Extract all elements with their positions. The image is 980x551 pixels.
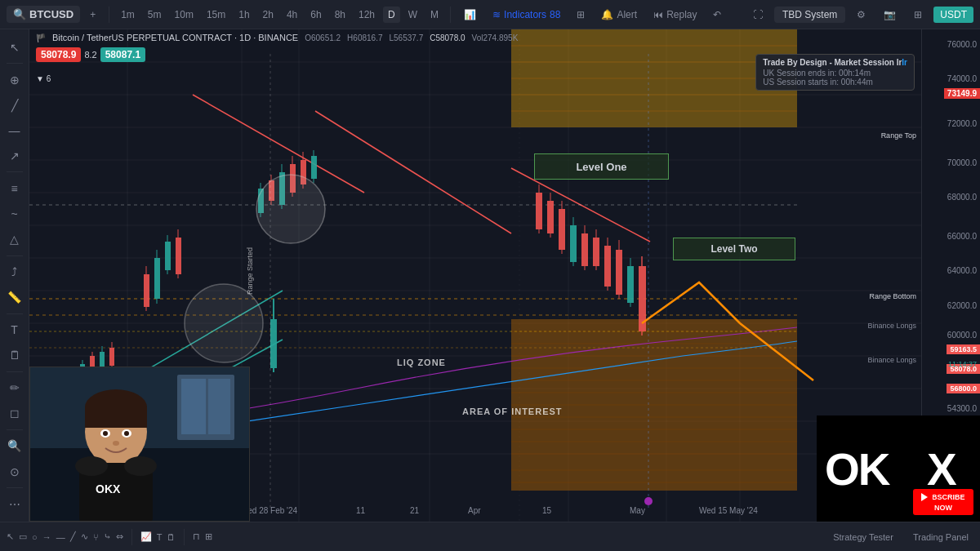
tf-4h[interactable]: 4h [282, 7, 302, 23]
webcam-feed: OKX [30, 367, 249, 521]
tool-sep-2 [7, 171, 23, 172]
ohlc-open: O60651.2 [305, 33, 341, 42]
symbol-badge[interactable]: 🔍 BTCUSD [7, 6, 80, 23]
price-56800-badge: 56800.0 [947, 384, 980, 393]
crosshair-tool[interactable]: ⊕ [3, 69, 26, 91]
zoom-tool[interactable]: 🔍 [3, 435, 26, 457]
tool-sep-7 [7, 487, 23, 488]
level-two-box: Level Two [673, 238, 795, 260]
chart-type-button[interactable]: 📊 [457, 7, 483, 23]
date-mar11: 11 [356, 506, 365, 515]
draw-arrow-icon[interactable]: → [42, 532, 51, 542]
price-72000: 72000.0 [947, 118, 977, 127]
date-may: May [630, 506, 645, 515]
tf-1m[interactable]: 1m [116, 7, 140, 23]
indicators-count: 88 [550, 9, 560, 20]
tf-5m[interactable]: 5m [143, 7, 167, 23]
expand-button[interactable]: ⊞ [907, 7, 929, 23]
left-tools: ↖ ⊕ ╱ ― ↗ ≡ ~ △ ⤴ 📏 T 🗒 ✏ ◻ 🔍 ⊙ ⋯ [0, 29, 29, 522]
level-indicator: ▼ 6 [36, 74, 51, 83]
replay-button[interactable]: ⏮ Replay [647, 7, 703, 23]
magnet-tool[interactable]: ⊙ [3, 460, 26, 482]
date-may15: Wed 15 May '24 [699, 506, 758, 515]
note-tool[interactable]: 🗒 [3, 344, 26, 367]
binance-longs-label-1: Binance Longs [867, 322, 916, 330]
indicators-label: Indicators [504, 9, 546, 20]
price-62000: 62000.0 [947, 300, 977, 309]
settings-button[interactable]: ⚙ [850, 7, 872, 23]
tool-sep-3 [7, 256, 23, 256]
shape-tool[interactable]: ◻ [3, 402, 26, 424]
chart-area: 🏴 Bitcoin / TetherUS PERPETUAL CONTRACT … [29, 29, 980, 522]
more-tools[interactable]: ⋯ [3, 493, 26, 515]
chart-info-bar: 🏴 Bitcoin / TetherUS PERPETUAL CONTRACT … [36, 33, 518, 42]
tf-1h[interactable]: 1h [234, 7, 254, 23]
fullscreen-button[interactable]: ⛶ [746, 7, 769, 23]
draw-note-icon[interactable]: 🗒 [167, 532, 176, 542]
forecast-tool[interactable]: ⤴ [3, 261, 26, 283]
svg-line-44 [315, 111, 511, 233]
fib-tool[interactable]: ~ [3, 202, 26, 224]
add-symbol-button[interactable]: + [83, 7, 102, 23]
binance-longs-label-2: Binance Longs [867, 356, 916, 364]
draw-measure-icon[interactable]: ⇔ [116, 531, 123, 542]
draw-curve-icon[interactable]: ∿ [81, 531, 88, 542]
sep1 [109, 7, 109, 23]
price-54300: 54300.0 [947, 404, 977, 413]
undo-button[interactable]: ↶ [706, 7, 728, 23]
price-70000: 70000.0 [947, 158, 977, 167]
draw-cursor-icon[interactable]: ↖ [7, 531, 14, 542]
tf-10m[interactable]: 10m [170, 7, 198, 23]
svg-point-122 [103, 431, 108, 436]
layout-button[interactable]: ⊞ [570, 7, 591, 23]
camera-button[interactable]: 📷 [877, 7, 902, 23]
tf-8h[interactable]: 8h [330, 7, 350, 23]
ruler-tool[interactable]: 📏 [3, 287, 26, 309]
draw-shapes-icon[interactable]: ⊓ [193, 531, 200, 542]
price-66000: 66000.0 [947, 232, 977, 241]
tf-M[interactable]: M [425, 7, 443, 23]
tf-15m[interactable]: 15m [202, 7, 230, 23]
draw-line-icon[interactable]: — [56, 532, 65, 542]
date-apr15: 15 [542, 506, 551, 515]
symbol-text: BTCUSD [29, 8, 74, 20]
bottom-toolbar: ↖ ▭ ○ → — ╱ ∿ ⑂ ⤷ ⇔ 📈 T 🗒 ⊓ ⊞ Strategy T… [0, 522, 980, 551]
draw-circle-icon[interactable]: ○ [32, 532, 38, 542]
strategy-tester-btn[interactable]: Strategy Tester [828, 530, 898, 544]
okx-logo-svg: OK X SUBSCRIBE NOW [817, 415, 980, 522]
hline-tool[interactable]: ― [3, 119, 26, 141]
info-panel: Trade By Design - Market Session Ir Ir U… [755, 54, 915, 91]
trendline-tool[interactable]: ╱ [3, 94, 26, 116]
draw-more-icon[interactable]: ⊞ [205, 531, 212, 542]
draw-rect-icon[interactable]: ▭ [19, 531, 27, 542]
alert-button[interactable]: 🔔 Alert [595, 7, 644, 23]
layout-icon: ⊞ [577, 9, 585, 20]
draw-chart-icon[interactable]: 📈 [140, 531, 152, 542]
price-badge-1: 58078.9 [36, 47, 81, 62]
bottom-sep-1 [131, 529, 132, 545]
price-59163-badge: 59163.5 [947, 344, 980, 354]
tbd-badge[interactable]: TBD System [774, 7, 845, 23]
us-session-row: US Session starts in: 00h:44m [763, 78, 907, 87]
brush-tool[interactable]: ✏ [3, 377, 26, 399]
cursor-tool[interactable]: ↖ [3, 36, 26, 58]
tbd-label: TBD System [782, 9, 837, 20]
range-bottom-label: Range Bottom [869, 292, 916, 300]
draw-fork-icon[interactable]: ⑂ [93, 532, 99, 542]
draw-text-icon[interactable]: T [157, 532, 163, 542]
tf-6h[interactable]: 6h [305, 7, 326, 23]
pattern-tool[interactable]: △ [3, 228, 26, 250]
indicators-button[interactable]: ≋ Indicators 88 [486, 7, 567, 23]
tf-D[interactable]: D [383, 7, 400, 23]
text-tool[interactable]: T [3, 319, 26, 341]
channel-tool[interactable]: ≡ [3, 177, 26, 199]
tf-12h[interactable]: 12h [354, 7, 380, 23]
draw-diagonal-icon[interactable]: ╱ [70, 531, 76, 542]
tf-W[interactable]: W [403, 7, 422, 23]
draw-path-icon[interactable]: ⤷ [104, 531, 111, 542]
tf-2h[interactable]: 2h [258, 7, 278, 23]
price-delta: 8.2 [84, 50, 96, 60]
price-badge-2: 58087.1 [100, 47, 145, 62]
arrow-tool[interactable]: ↗ [3, 144, 26, 167]
trading-panel-btn[interactable]: Trading Panel [908, 530, 973, 544]
